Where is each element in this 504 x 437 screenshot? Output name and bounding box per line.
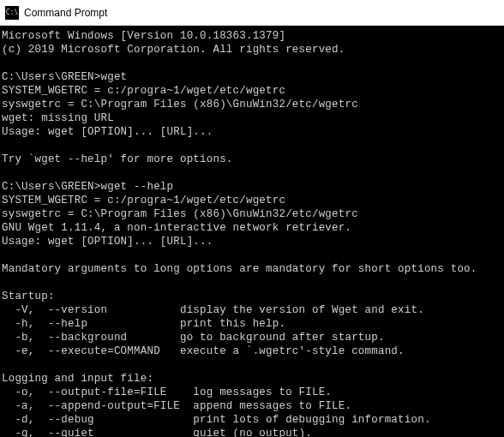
- cmd-icon: C:\: [5, 6, 19, 20]
- terminal-output[interactable]: Microsoft Windows [Version 10.0.18363.13…: [0, 26, 504, 437]
- window-title-bar[interactable]: C:\ Command Prompt: [0, 0, 504, 26]
- window-title: Command Prompt: [24, 7, 107, 19]
